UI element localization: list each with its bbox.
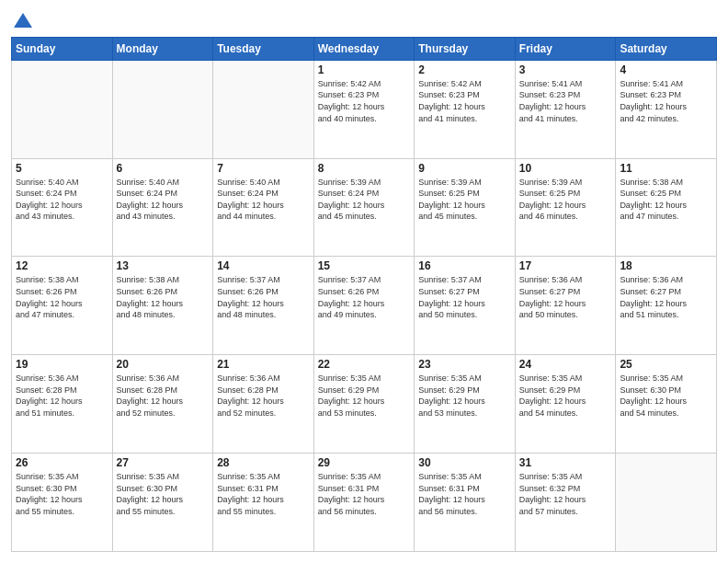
day-info: Sunrise: 5:37 AM Sunset: 6:26 PM Dayligh… (318, 274, 411, 320)
day-number: 3 (519, 63, 612, 76)
day-info: Sunrise: 5:35 AM Sunset: 6:32 PM Dayligh… (519, 471, 612, 517)
calendar-cell: 1Sunrise: 5:42 AM Sunset: 6:23 PM Daylig… (313, 60, 415, 158)
day-number: 15 (318, 259, 411, 272)
calendar-cell: 26Sunrise: 5:35 AM Sunset: 6:30 PM Dayli… (12, 454, 113, 552)
calendar-cell: 31Sunrise: 5:35 AM Sunset: 6:32 PM Dayli… (515, 454, 616, 552)
day-number: 9 (418, 162, 511, 175)
day-number: 11 (620, 162, 712, 175)
weekday-header: Monday (112, 37, 213, 60)
day-number: 28 (217, 456, 310, 469)
day-info: Sunrise: 5:36 AM Sunset: 6:27 PM Dayligh… (620, 274, 712, 320)
calendar-cell: 25Sunrise: 5:35 AM Sunset: 6:30 PM Dayli… (616, 355, 717, 454)
day-info: Sunrise: 5:35 AM Sunset: 6:31 PM Dayligh… (217, 471, 310, 517)
day-number: 30 (418, 456, 511, 469)
calendar-cell: 8Sunrise: 5:39 AM Sunset: 6:24 PM Daylig… (313, 158, 415, 257)
calendar-table: SundayMondayTuesdayWednesdayThursdayFrid… (11, 37, 717, 552)
calendar-cell: 13Sunrise: 5:38 AM Sunset: 6:26 PM Dayli… (112, 257, 213, 355)
weekday-header: Thursday (415, 37, 516, 60)
day-number: 1 (318, 63, 411, 76)
day-number: 18 (620, 259, 712, 272)
calendar-cell: 14Sunrise: 5:37 AM Sunset: 6:26 PM Dayli… (213, 257, 314, 355)
weekday-header-row: SundayMondayTuesdayWednesdayThursdayFrid… (12, 37, 717, 60)
day-number: 29 (318, 456, 411, 469)
calendar-cell: 29Sunrise: 5:35 AM Sunset: 6:31 PM Dayli… (313, 454, 415, 552)
day-info: Sunrise: 5:37 AM Sunset: 6:26 PM Dayligh… (217, 274, 310, 320)
calendar-cell (213, 60, 314, 158)
calendar-week-row: 1Sunrise: 5:42 AM Sunset: 6:23 PM Daylig… (12, 60, 717, 158)
day-number: 22 (318, 358, 411, 371)
calendar-cell: 20Sunrise: 5:36 AM Sunset: 6:28 PM Dayli… (112, 355, 213, 454)
day-info: Sunrise: 5:37 AM Sunset: 6:27 PM Dayligh… (418, 274, 511, 320)
day-info: Sunrise: 5:35 AM Sunset: 6:29 PM Dayligh… (519, 373, 612, 419)
calendar-cell: 23Sunrise: 5:35 AM Sunset: 6:29 PM Dayli… (415, 355, 516, 454)
calendar-cell: 18Sunrise: 5:36 AM Sunset: 6:27 PM Dayli… (616, 257, 717, 355)
day-number: 31 (519, 456, 612, 469)
day-info: Sunrise: 5:35 AM Sunset: 6:31 PM Dayligh… (418, 471, 511, 517)
day-info: Sunrise: 5:35 AM Sunset: 6:29 PM Dayligh… (418, 373, 511, 419)
day-number: 14 (217, 259, 310, 272)
day-number: 20 (117, 358, 210, 371)
calendar-cell: 17Sunrise: 5:36 AM Sunset: 6:27 PM Dayli… (515, 257, 616, 355)
day-number: 13 (117, 259, 210, 272)
day-info: Sunrise: 5:36 AM Sunset: 6:28 PM Dayligh… (117, 373, 210, 419)
day-number: 27 (117, 456, 210, 469)
day-number: 2 (418, 63, 511, 76)
logo-text (11, 11, 32, 29)
day-number: 5 (16, 162, 108, 175)
day-info: Sunrise: 5:40 AM Sunset: 6:24 PM Dayligh… (217, 177, 310, 223)
calendar-cell: 19Sunrise: 5:36 AM Sunset: 6:28 PM Dayli… (12, 355, 113, 454)
calendar-cell: 3Sunrise: 5:41 AM Sunset: 6:23 PM Daylig… (515, 60, 616, 158)
day-number: 26 (16, 456, 108, 469)
weekday-header: Tuesday (213, 37, 314, 60)
day-number: 17 (519, 259, 612, 272)
day-info: Sunrise: 5:41 AM Sunset: 6:23 PM Dayligh… (620, 78, 712, 124)
day-number: 25 (620, 358, 712, 371)
calendar-cell: 30Sunrise: 5:35 AM Sunset: 6:31 PM Dayli… (415, 454, 516, 552)
day-info: Sunrise: 5:39 AM Sunset: 6:25 PM Dayligh… (519, 177, 612, 223)
day-number: 19 (16, 358, 108, 371)
calendar-cell: 4Sunrise: 5:41 AM Sunset: 6:23 PM Daylig… (616, 60, 717, 158)
day-info: Sunrise: 5:42 AM Sunset: 6:23 PM Dayligh… (318, 78, 411, 124)
day-info: Sunrise: 5:35 AM Sunset: 6:30 PM Dayligh… (117, 471, 210, 517)
day-info: Sunrise: 5:40 AM Sunset: 6:24 PM Dayligh… (16, 177, 108, 223)
calendar-cell (112, 60, 213, 158)
day-info: Sunrise: 5:35 AM Sunset: 6:31 PM Dayligh… (318, 471, 411, 517)
day-info: Sunrise: 5:41 AM Sunset: 6:23 PM Dayligh… (519, 78, 612, 124)
logo-icon (14, 13, 32, 28)
calendar-week-row: 19Sunrise: 5:36 AM Sunset: 6:28 PM Dayli… (12, 355, 717, 454)
day-number: 23 (418, 358, 511, 371)
weekday-header: Friday (515, 37, 616, 60)
day-number: 6 (117, 162, 210, 175)
day-info: Sunrise: 5:39 AM Sunset: 6:24 PM Dayligh… (318, 177, 411, 223)
logo (11, 11, 32, 29)
calendar-cell: 9Sunrise: 5:39 AM Sunset: 6:25 PM Daylig… (415, 158, 516, 257)
calendar-cell: 16Sunrise: 5:37 AM Sunset: 6:27 PM Dayli… (415, 257, 516, 355)
day-number: 12 (16, 259, 108, 272)
day-info: Sunrise: 5:35 AM Sunset: 6:30 PM Dayligh… (16, 471, 108, 517)
day-info: Sunrise: 5:36 AM Sunset: 6:28 PM Dayligh… (217, 373, 310, 419)
day-number: 10 (519, 162, 612, 175)
day-info: Sunrise: 5:35 AM Sunset: 6:29 PM Dayligh… (318, 373, 411, 419)
day-info: Sunrise: 5:36 AM Sunset: 6:27 PM Dayligh… (519, 274, 612, 320)
page: SundayMondayTuesdayWednesdayThursdayFrid… (0, 0, 728, 563)
day-number: 16 (418, 259, 511, 272)
day-info: Sunrise: 5:35 AM Sunset: 6:30 PM Dayligh… (620, 373, 712, 419)
weekday-header: Wednesday (313, 37, 415, 60)
day-info: Sunrise: 5:36 AM Sunset: 6:28 PM Dayligh… (16, 373, 108, 419)
calendar-cell: 28Sunrise: 5:35 AM Sunset: 6:31 PM Dayli… (213, 454, 314, 552)
weekday-header: Sunday (12, 37, 113, 60)
day-number: 21 (217, 358, 310, 371)
calendar-cell: 21Sunrise: 5:36 AM Sunset: 6:28 PM Dayli… (213, 355, 314, 454)
calendar-cell: 27Sunrise: 5:35 AM Sunset: 6:30 PM Dayli… (112, 454, 213, 552)
calendar-cell: 24Sunrise: 5:35 AM Sunset: 6:29 PM Dayli… (515, 355, 616, 454)
weekday-header: Saturday (616, 37, 717, 60)
calendar-week-row: 26Sunrise: 5:35 AM Sunset: 6:30 PM Dayli… (12, 454, 717, 552)
calendar-cell (12, 60, 113, 158)
calendar-cell: 6Sunrise: 5:40 AM Sunset: 6:24 PM Daylig… (112, 158, 213, 257)
day-number: 7 (217, 162, 310, 175)
day-number: 24 (519, 358, 612, 371)
calendar-week-row: 5Sunrise: 5:40 AM Sunset: 6:24 PM Daylig… (12, 158, 717, 257)
svg-marker-0 (14, 13, 32, 28)
day-info: Sunrise: 5:38 AM Sunset: 6:26 PM Dayligh… (16, 274, 108, 320)
day-info: Sunrise: 5:38 AM Sunset: 6:25 PM Dayligh… (620, 177, 712, 223)
